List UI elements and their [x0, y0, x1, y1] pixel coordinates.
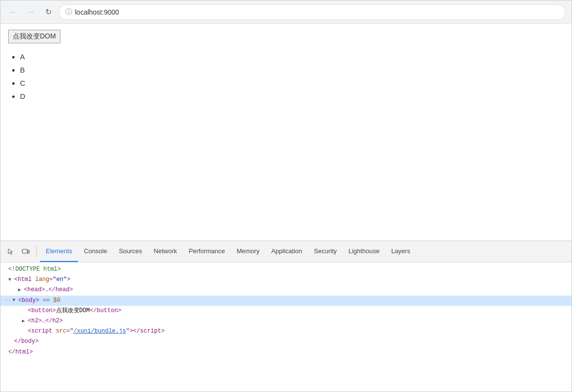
page-list: A B C D [8, 50, 564, 103]
list-item: C [20, 76, 564, 90]
svg-rect-1 [28, 250, 29, 253]
svg-rect-0 [22, 249, 27, 253]
dom-h2-line: ▶ <h2> … </h2> [0, 316, 572, 326]
list-item: D [20, 90, 564, 103]
tab-sources[interactable]: Sources [113, 241, 148, 262]
tab-memory[interactable]: Memory [231, 241, 266, 262]
tab-security[interactable]: Security [308, 241, 343, 262]
address-bar[interactable]: ⓘ localhost:9000 [59, 4, 566, 20]
dom-button-line: <button> 点我改变DOM </button> [0, 306, 572, 316]
reload-button[interactable]: ↻ [41, 5, 55, 19]
list-item: A [20, 50, 564, 63]
dom-html-close-line: </html> [0, 347, 572, 357]
devtools-dom-tree: <!DOCTYPE html> ▼ <html lang = "en" > ▶ … [0, 262, 572, 392]
info-icon: ⓘ [65, 8, 72, 17]
triangle-icon: ▶ [18, 286, 24, 294]
list-item: B [20, 63, 564, 76]
browser-window: ← → ↻ ⓘ localhost:9000 点我改变DOM A B C D [0, 0, 572, 392]
forward-button[interactable]: → [24, 5, 38, 19]
dom-change-button[interactable]: 点我改变DOM [8, 30, 60, 43]
triangle-icon: ▼ [8, 276, 14, 284]
script-src-link[interactable]: /xuni/bundle.js [74, 327, 126, 336]
dom-html-open-line: ▼ <html lang = "en" > [0, 275, 572, 285]
devtools-toolbar: Elements Console Sources Network Perform… [0, 241, 572, 262]
inspect-element-button[interactable] [4, 245, 18, 259]
toolbar-separator [37, 246, 37, 258]
tab-console[interactable]: Console [78, 241, 113, 262]
dom-head-line: ▶ <head> … </head> [0, 285, 572, 295]
url-text: localhost:9000 [75, 8, 119, 16]
dom-body-close-line: </body> [0, 336, 572, 347]
back-button[interactable]: ← [6, 5, 20, 19]
triangle-icon: ▶ [22, 317, 28, 325]
doctype-text: <!DOCTYPE html> [8, 265, 61, 274]
dom-body-line[interactable]: ·· ▼ <body> == $0 [0, 296, 572, 306]
triangle-icon: ▼ [12, 297, 18, 304]
dom-doctype-line: <!DOCTYPE html> [0, 264, 572, 275]
devtools-tabs: Elements Console Sources Network Perform… [40, 241, 416, 262]
tab-network[interactable]: Network [148, 241, 183, 262]
device-toggle-button[interactable] [19, 245, 33, 259]
tab-application[interactable]: Application [266, 241, 308, 262]
tab-performance[interactable]: Performance [183, 241, 230, 262]
tab-lighthouse[interactable]: Lighthouse [343, 241, 385, 262]
page-content: 点我改变DOM A B C D [0, 24, 572, 241]
dom-script-line: <script src = " /xuni/bundle.js " > </sc… [0, 326, 572, 336]
tab-layers[interactable]: Layers [385, 241, 416, 262]
devtools-panel: Elements Console Sources Network Perform… [0, 241, 572, 392]
tab-elements[interactable]: Elements [40, 241, 78, 262]
browser-toolbar: ← → ↻ ⓘ localhost:9000 [0, 0, 572, 24]
